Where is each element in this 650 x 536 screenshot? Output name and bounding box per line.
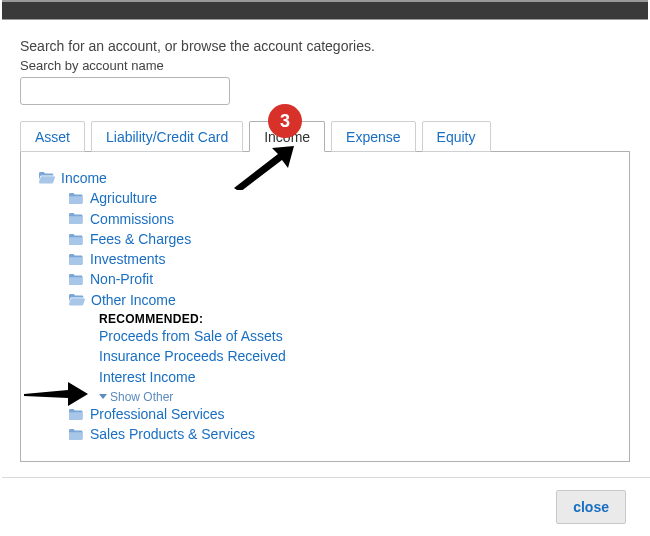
folder-icon [69,409,84,420]
intro-text: Search for an account, or browse the acc… [20,38,630,54]
show-other-label: Show Other [110,390,173,404]
folder-open-icon [69,294,85,306]
recommended-item[interactable]: Insurance Proceeds Received [35,346,615,366]
folder-icon [69,234,84,245]
modal-body: Search for an account, or browse the acc… [0,20,650,462]
tree-label: Interest Income [99,367,196,387]
modal-footer: close [2,477,650,536]
tab-equity[interactable]: Equity [422,121,491,152]
recommended-item[interactable]: Interest Income [35,367,615,387]
tab-liability[interactable]: Liability/Credit Card [91,121,243,152]
tree-label: Investments [90,249,165,269]
close-button[interactable]: close [556,490,626,524]
folder-icon [69,274,84,285]
folder-icon [69,254,84,265]
category-tabs: Asset Liability/Credit Card Income Expen… [20,121,630,152]
chevron-down-icon [99,394,107,399]
tree-label: Commissions [90,209,174,229]
search-label: Search by account name [20,58,630,73]
tree-label: Income [61,168,107,188]
tab-expense[interactable]: Expense [331,121,415,152]
tree-node-commissions[interactable]: Commissions [35,209,615,229]
tree-node-agriculture[interactable]: Agriculture [35,188,615,208]
search-input[interactable] [20,77,230,105]
tree-label: Other Income [91,290,176,310]
modal-header-bar [2,0,648,20]
tree-node-income[interactable]: Income [35,168,615,188]
tree-node-other-income[interactable]: Other Income [35,290,615,310]
tree-label: Professional Services [90,404,225,424]
tree-node-fees[interactable]: Fees & Charges [35,229,615,249]
tab-asset[interactable]: Asset [20,121,85,152]
folder-icon [69,193,84,204]
recommended-heading: RECOMMENDED: [35,312,615,326]
folder-icon [69,213,84,224]
folder-open-icon [39,172,55,184]
show-other-toggle[interactable]: Show Other [35,390,615,404]
account-tree: Income Agriculture Commissions Fees & Ch… [35,168,615,445]
tree-label: Proceeds from Sale of Assets [99,326,283,346]
tree-node-nonprofit[interactable]: Non-Profit [35,269,615,289]
tree-node-investments[interactable]: Investments [35,249,615,269]
recommended-item[interactable]: Proceeds from Sale of Assets [35,326,615,346]
tree-node-sales[interactable]: Sales Products & Services [35,424,615,444]
tree-label: Fees & Charges [90,229,191,249]
tree-label: Agriculture [90,188,157,208]
category-panel: Income Agriculture Commissions Fees & Ch… [20,151,630,462]
tree-label: Sales Products & Services [90,424,255,444]
tree-node-professional[interactable]: Professional Services [35,404,615,424]
tab-income[interactable]: Income [249,121,325,152]
tree-label: Non-Profit [90,269,153,289]
tree-label: Insurance Proceeds Received [99,346,286,366]
folder-icon [69,429,84,440]
